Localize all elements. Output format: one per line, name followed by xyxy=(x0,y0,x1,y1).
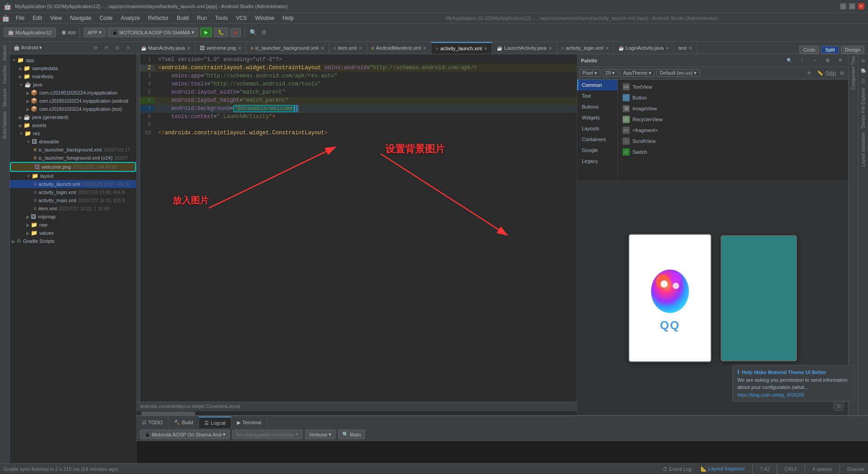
tree-item-layout[interactable]: ▼ 📁 layout xyxy=(10,172,136,180)
notification-link[interactable]: https://blog.csdn.net/qq_4026268 xyxy=(737,393,849,398)
project-selector[interactable]: 🤖 MyApplication12 xyxy=(4,28,56,37)
close-button[interactable]: ✕ xyxy=(858,3,864,9)
tab-test[interactable]: test ✕ xyxy=(674,42,697,54)
tree-item-assets[interactable]: ▶ 📁 assets xyxy=(10,121,136,129)
tree-item-pkg2[interactable]: ▶ 📦 com.c201801020224.myapplication (and… xyxy=(10,97,136,105)
palette-cat-common[interactable]: Common xyxy=(577,80,618,90)
tab-close-test[interactable]: ✕ xyxy=(689,46,692,51)
ruler-icon[interactable]: 📏 xyxy=(816,69,825,78)
tab-close-launchactivity[interactable]: ✕ xyxy=(548,46,552,51)
tree-item-values[interactable]: ▶ 📁 values xyxy=(10,229,136,237)
tab-close-activity-launch[interactable]: ✕ xyxy=(484,46,487,51)
android-panel-label[interactable]: Android xyxy=(1,43,8,62)
logcat-tab[interactable]: ☰ Logcat xyxy=(199,417,231,428)
palette-close-icon[interactable]: ✕ xyxy=(835,56,844,65)
sync-icon[interactable]: ⟳ xyxy=(102,43,111,52)
tree-item-sampledata[interactable]: ▶ 📁 sampledata xyxy=(10,64,136,72)
palette-cat-text[interactable]: Text xyxy=(577,90,618,101)
palette-tool-2[interactable]: ⊞ xyxy=(837,69,846,78)
tab-close-manifest[interactable]: ✕ xyxy=(423,46,426,51)
tab-activity-launch[interactable]: ≡ activity_launch.xml ✕ xyxy=(431,42,492,54)
menu-run[interactable]: Run xyxy=(193,14,211,22)
palette-settings-icon[interactable]: ⚙ xyxy=(823,56,832,65)
json-viewer-icon[interactable]: {} xyxy=(859,76,868,85)
palette-item-switch[interactable]: ⊙ Switch xyxy=(620,147,846,157)
tab-loginactivity[interactable]: ☕ LoginActivity.java ✕ xyxy=(614,42,674,54)
tree-item-ic-fg[interactable]: ≡ ic_launcher_foreground.xml (v24) 2020/… xyxy=(10,154,136,162)
structure-label[interactable]: Structure xyxy=(1,87,8,109)
process-selector[interactable]: No debuggable processes ▾ xyxy=(232,430,302,439)
menu-view[interactable]: View xyxy=(47,14,66,22)
build-tab[interactable]: 🔨 Build xyxy=(169,417,199,428)
tree-item-ic-bg[interactable]: ≡ ic_launcher_background.xml 2020/7/19 1… xyxy=(10,146,136,154)
tree-item-activity-main[interactable]: ≡ activity_main.xml 2020/7/27 16:16, 835… xyxy=(10,196,136,204)
collapse-all-icon[interactable]: ⊟ xyxy=(113,43,122,52)
component-tree-label[interactable]: Component Tree xyxy=(850,54,857,92)
menu-build[interactable]: Build xyxy=(173,14,193,22)
palette-item-fragment[interactable]: <> <fragment> xyxy=(620,125,846,136)
tab-close-activity-login[interactable]: ✕ xyxy=(605,46,609,51)
attributes-icon[interactable]: ⚙ xyxy=(859,56,868,65)
tab-ic-bg[interactable]: ≡ ic_launcher_background.xml ✕ xyxy=(246,42,329,54)
menu-refactor[interactable]: Refactor xyxy=(145,14,172,22)
favorites-label[interactable]: Favorites xyxy=(1,63,8,85)
tree-item-activity-launch[interactable]: ≡ activity_launch.xml 2020/7/28 13:57, 4… xyxy=(10,180,136,188)
device-selector[interactable]: 📱 Motorola AOSP On Shama And ▾ xyxy=(140,430,230,439)
horizontal-scrollbar[interactable] xyxy=(137,411,577,415)
palette-cat-buttons[interactable]: Buttons xyxy=(577,101,618,112)
palette-item-textview[interactable]: Ab TextView xyxy=(620,81,846,92)
palette-cat-layouts[interactable]: Layouts xyxy=(577,123,618,134)
eyedrop-icon[interactable]: 👁 xyxy=(805,69,814,78)
tree-item-welcome-png[interactable]: 🖼 welcome.png 7/28 13:52, 144.49 kB xyxy=(10,162,136,172)
todo-tab[interactable]: ☑ TODO xyxy=(137,417,169,428)
menu-window[interactable]: Window xyxy=(251,14,278,22)
tree-item-pkg1[interactable]: ▶ 📦 com.c201801020224.myapplication xyxy=(10,89,136,97)
tab-activity-login[interactable]: ≡ activity_login.xml ✕ xyxy=(557,42,614,54)
palette-more-icon[interactable]: ⋮ xyxy=(797,56,807,65)
bottom-panel-more[interactable]: ⋮ xyxy=(859,419,868,428)
restore-button[interactable]: □ xyxy=(849,3,855,9)
fit-screen-icon[interactable]: ⊡ xyxy=(834,401,844,411)
tree-item-java[interactable]: ▼ ☕ java xyxy=(10,81,136,89)
close-panel-icon[interactable]: ✕ xyxy=(123,43,132,52)
palette-search-icon[interactable]: 🔍 xyxy=(785,56,794,65)
build-variants-label[interactable]: Build Variants xyxy=(1,109,8,141)
device-file-explorer-label[interactable]: Device File Explorer xyxy=(860,86,867,130)
search-toolbar-icon[interactable]: 🔍 xyxy=(249,28,258,37)
tree-item-app[interactable]: ▼ 📁 app xyxy=(10,56,136,64)
layout-validation-label[interactable]: Layout Validation xyxy=(860,131,867,169)
log-level-selector[interactable]: Verbose ▾ xyxy=(305,430,335,439)
menu-tools[interactable]: Tools xyxy=(212,14,231,22)
palette-cat-widgets[interactable]: Widgets xyxy=(577,112,618,123)
tab-close-mainactivity[interactable]: ✕ xyxy=(187,46,190,51)
palette-item-imageview[interactable]: 🖼 ImageView xyxy=(620,103,846,114)
palette-cat-google[interactable]: Google xyxy=(577,145,618,156)
menu-file[interactable]: File xyxy=(12,14,28,22)
layout-inspector-btn[interactable]: 📐 Layout Inspector xyxy=(701,466,745,472)
tab-close-loginactivity[interactable]: ✕ xyxy=(665,46,669,51)
menu-navigate[interactable]: Navigate xyxy=(66,14,95,22)
tree-item-res[interactable]: ▼ 📁 res xyxy=(10,129,136,137)
design-mode-button[interactable]: Design xyxy=(841,46,864,54)
menu-edit[interactable]: Edit xyxy=(29,14,46,22)
menu-vcs[interactable]: VCS xyxy=(232,14,251,22)
scroll-thumb[interactable] xyxy=(141,412,195,415)
palette-item-scrollview[interactable]: ↕ ScrollView xyxy=(620,136,846,147)
palette-cat-containers[interactable]: Containers xyxy=(577,134,618,145)
android-dropdown[interactable]: 🤖 Android ▾ xyxy=(14,45,42,51)
palette-item-recyclerview[interactable]: ⊞ RecyclerView xyxy=(620,114,846,125)
tab-androidmanifest[interactable]: ≡ AndroidManifest.xml ✕ xyxy=(367,42,432,54)
tree-item-gradle-scripts[interactable]: ▶ ⚙ Gradle Scripts xyxy=(10,237,136,245)
gear-icon[interactable]: ⚙ xyxy=(91,43,100,52)
menu-code[interactable]: Code xyxy=(96,14,116,22)
palette-tool-1[interactable]: 0dp xyxy=(826,69,835,78)
filter-input[interactable]: 🔍 Main xyxy=(338,430,365,439)
tab-welcome-png[interactable]: 🖼 welcome.png ✕ xyxy=(195,42,246,54)
minimize-button[interactable]: − xyxy=(840,3,846,9)
device-dropdown[interactable]: 📱 MOTOROLA AOSP ON SHAMA ▾ xyxy=(108,28,198,37)
debug-button[interactable]: 🐛 xyxy=(214,28,228,37)
tree-item-pkg3[interactable]: ▶ 📦 com.c201801020224.myapplication (tes… xyxy=(10,105,136,113)
palette-item-button[interactable]: □ Button xyxy=(620,92,846,103)
tree-item-java-gen[interactable]: ▶ ☕ java (generated) xyxy=(10,113,136,121)
split-mode-button[interactable]: Split xyxy=(821,46,839,54)
